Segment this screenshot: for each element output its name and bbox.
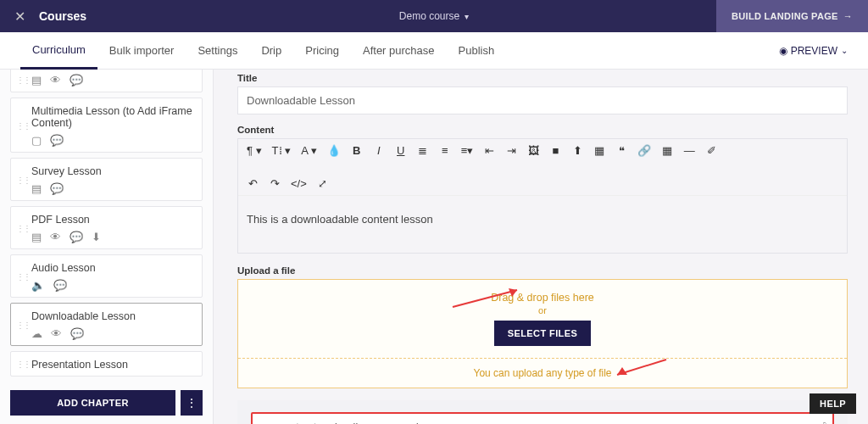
lesson-title: Multimedia Lesson (to Add iFrame Content…	[31, 105, 193, 129]
chevron-down-icon: ▾	[465, 12, 469, 21]
page-icon: ▤	[31, 182, 42, 195]
font-color-icon[interactable]: A ▾	[301, 144, 317, 157]
rich-text-editor: ¶ ▾ T⁞ ▾ A ▾ 💧 B I U ≣ ≡ ≡▾ ⇤ ⇥ 🖼 ■ ⬆ ▦ …	[237, 138, 848, 254]
undo-icon[interactable]: ↶	[247, 177, 259, 190]
speaker-icon: 🔈	[31, 279, 45, 292]
tab-drip[interactable]: Drip	[249, 32, 293, 70]
drag-handle-icon[interactable]: ⋮⋮	[16, 175, 30, 184]
chevron-down-icon: ⌄	[841, 46, 848, 55]
redo-icon[interactable]: ↷	[269, 177, 281, 190]
add-chapter-button[interactable]: ADD CHAPTER	[10, 390, 175, 416]
build-btn-label: BUILD LANDING PAGE	[732, 11, 838, 21]
code-icon[interactable]: </>	[291, 177, 307, 190]
upload-or-text: or	[238, 305, 847, 315]
tabs-bar: Curriculum Bulk importer Settings Drip P…	[0, 32, 868, 70]
drag-handle-icon[interactable]: ⋮⋮	[16, 75, 30, 84]
underline-icon[interactable]: U	[395, 144, 407, 157]
quote-icon[interactable]: ❝	[615, 144, 627, 157]
attached-file-row[interactable]: ⋮⋮ setup tour b roll compressed.mov	[251, 412, 834, 424]
trash-icon[interactable]: 🗑	[819, 421, 831, 424]
eye-icon[interactable]: 👁	[51, 327, 62, 340]
arrow-right-icon: →	[843, 11, 853, 21]
tab-curriculum[interactable]: Curriculum	[20, 32, 97, 70]
bold-icon[interactable]: B	[351, 144, 363, 157]
list-number-icon[interactable]: ≡	[439, 144, 451, 157]
lesson-item-active[interactable]: ⋮⋮ Downloadable Lesson ☁ 👁 💬	[10, 303, 203, 346]
lesson-title-input[interactable]	[237, 86, 848, 114]
attached-files: ⋮⋮ setup tour b roll compressed.mov 🗑	[237, 400, 848, 424]
drag-handle-icon[interactable]: ⋮⋮	[16, 120, 30, 130]
lesson-sidebar: ⋮⋮ ▤ 👁 💬 ⋮⋮ Multimedia Lesson (to Add iF…	[0, 70, 214, 424]
video-icon[interactable]: ■	[549, 144, 561, 157]
drag-handle-icon[interactable]: ⋮⋮	[16, 360, 30, 369]
lesson-title: Downloadable Lesson	[31, 310, 193, 322]
upload-dropzone[interactable]: Drag & drop files here or SELECT FILES Y…	[237, 279, 848, 388]
course-dropdown[interactable]: Demo course ▾	[399, 10, 469, 22]
upload-label: Upload a file	[237, 265, 848, 276]
drag-handle-icon[interactable]: ⋮⋮	[16, 223, 30, 232]
tab-settings[interactable]: Settings	[186, 32, 249, 70]
content-area: Title Content ¶ ▾ T⁞ ▾ A ▾ 💧 B I U ≣ ≡ ≡…	[214, 70, 868, 424]
cloud-icon: ☁	[31, 327, 42, 340]
editor-body[interactable]: This is a downloadable content lesson	[238, 196, 847, 253]
editor-toolbar: ¶ ▾ T⁞ ▾ A ▾ 💧 B I U ≣ ≡ ≡▾ ⇤ ⇥ 🖼 ■ ⬆ ▦ …	[238, 139, 847, 196]
tab-bulk-importer[interactable]: Bulk importer	[97, 32, 186, 70]
lesson-item[interactable]: ⋮⋮ ▤ 👁 💬	[10, 70, 203, 92]
layout-icon: ▤	[31, 231, 42, 243]
list-bullet-icon[interactable]: ≣	[417, 144, 429, 157]
grid-icon[interactable]: ▦	[661, 144, 673, 157]
eye-icon: ◉	[779, 45, 787, 57]
frame-icon: ▢	[31, 134, 42, 147]
layout-icon: ▤	[31, 74, 42, 86]
tab-after-purchase[interactable]: After purchase	[351, 32, 447, 70]
indent-increase-icon[interactable]: ⇥	[505, 144, 517, 157]
lesson-item[interactable]: ⋮⋮ Presentation Lesson	[10, 351, 203, 377]
tab-publish[interactable]: Publish	[447, 32, 507, 70]
build-landing-page-button[interactable]: BUILD LANDING PAGE →	[716, 0, 868, 32]
align-left-icon[interactable]: ≡▾	[461, 144, 474, 157]
content-label: Content	[237, 125, 848, 135]
select-files-button[interactable]: SELECT FILES	[494, 321, 591, 346]
title-label: Title	[237, 73, 848, 83]
comment-icon[interactable]: 💬	[70, 231, 83, 243]
lesson-title: PDF Lesson	[31, 214, 193, 226]
text-style-icon[interactable]: T⁞ ▾	[272, 144, 292, 157]
table-icon[interactable]: ▦	[593, 144, 605, 157]
indent-decrease-icon[interactable]: ⇤	[483, 144, 495, 157]
eye-icon[interactable]: 👁	[50, 231, 61, 243]
tab-pricing[interactable]: Pricing	[293, 32, 351, 70]
paragraph-icon[interactable]: ¶ ▾	[247, 144, 262, 157]
drag-handle-icon[interactable]: ⋮⋮	[16, 271, 30, 281]
lesson-title: Presentation Lesson	[31, 359, 193, 371]
upload-icon[interactable]: ⬆	[571, 144, 583, 157]
italic-icon[interactable]: I	[373, 144, 385, 157]
image-icon[interactable]: 🖼	[527, 144, 539, 157]
drop-icon[interactable]: 💧	[327, 144, 341, 157]
page-title: Courses	[39, 9, 86, 23]
close-icon[interactable]: ✕	[0, 8, 39, 25]
comment-icon[interactable]: 💬	[50, 134, 64, 147]
fullscreen-icon[interactable]: ⤢	[317, 177, 329, 190]
lesson-item[interactable]: ⋮⋮ Multimedia Lesson (to Add iFrame Cont…	[10, 98, 203, 153]
minus-icon[interactable]: —	[683, 144, 695, 157]
lesson-item[interactable]: ⋮⋮ PDF Lesson ▤ 👁 💬 ⬇	[10, 206, 203, 249]
lesson-title: Survey Lesson	[31, 165, 193, 177]
preview-label: PREVIEW	[791, 45, 837, 57]
lesson-item[interactable]: ⋮⋮ Audio Lesson 🔈 💬	[10, 254, 203, 298]
eraser-icon[interactable]: ✐	[705, 144, 717, 157]
comment-icon[interactable]: 💬	[50, 182, 64, 195]
drag-handle-icon[interactable]: ⋮⋮	[16, 320, 30, 329]
comment-icon[interactable]: 💬	[53, 279, 67, 292]
lesson-item[interactable]: ⋮⋮ Survey Lesson ▤ 💬	[10, 158, 203, 201]
comment-icon[interactable]: 💬	[70, 74, 83, 86]
more-button[interactable]: ⋮	[181, 390, 203, 416]
lesson-title: Audio Lesson	[31, 262, 193, 274]
course-dropdown-label: Demo course	[399, 10, 459, 22]
preview-dropdown[interactable]: ◉ PREVIEW ⌄	[779, 45, 848, 57]
help-button[interactable]: HELP	[810, 393, 856, 414]
eye-icon[interactable]: 👁	[50, 74, 61, 86]
upload-note: You can upload any type of file	[238, 359, 847, 388]
comment-icon[interactable]: 💬	[70, 327, 84, 340]
download-icon[interactable]: ⬇	[92, 231, 101, 243]
link-icon[interactable]: 🔗	[637, 144, 651, 157]
